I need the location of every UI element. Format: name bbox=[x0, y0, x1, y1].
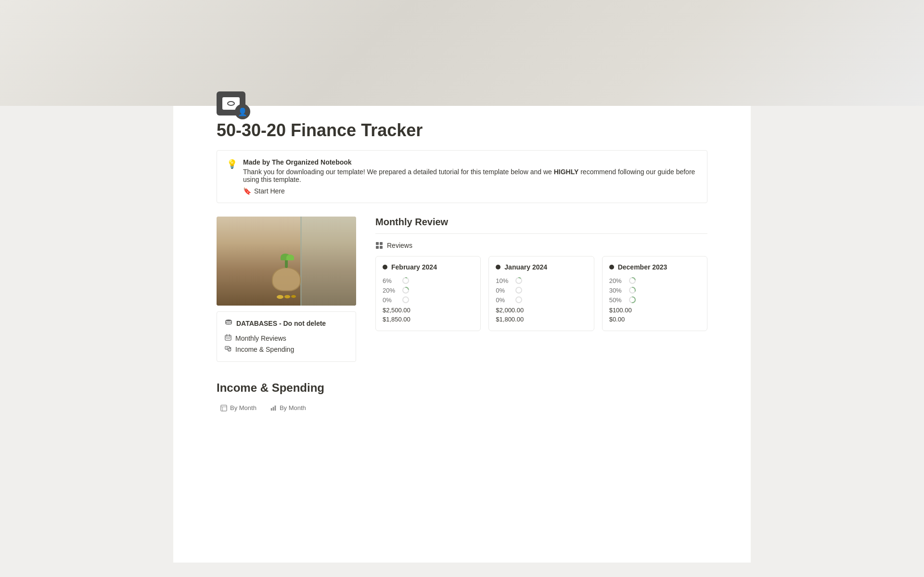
dot-icon bbox=[383, 265, 387, 269]
callout-bulb-icon: 💡 bbox=[227, 159, 237, 169]
page-title: 50-30-20 Finance Tracker bbox=[217, 120, 707, 141]
svg-point-12 bbox=[403, 278, 409, 283]
reviews-grid: February 2024 6% 20% bbox=[375, 256, 707, 331]
tab-label-2: By Month bbox=[280, 404, 306, 411]
grid-icon bbox=[375, 242, 383, 249]
card-title-text: January 2024 bbox=[504, 263, 547, 271]
hero-banner bbox=[0, 0, 924, 106]
review-row-1: 20% bbox=[609, 277, 700, 284]
review-card-title: December 2023 bbox=[609, 263, 700, 271]
svg-point-20 bbox=[516, 297, 522, 303]
reviews-header: Reviews bbox=[375, 242, 707, 249]
review-row-1: 6% bbox=[383, 277, 474, 284]
table-icon bbox=[220, 405, 227, 411]
income-spending-label: Income & Spending bbox=[235, 346, 294, 353]
review-row-2: 20% bbox=[383, 286, 474, 294]
amount-2: $1,850.00 bbox=[383, 315, 474, 324]
review-card-dec2023[interactable]: December 2023 20% 30% bbox=[602, 256, 707, 331]
percent-1: 10% bbox=[496, 277, 511, 284]
income-tabs: By Month By Month bbox=[217, 402, 707, 413]
progress-circle-2 bbox=[402, 286, 410, 294]
databases-box: DATABASES - Do not delete Monthly bbox=[217, 311, 356, 362]
amount-2: $1,800.00 bbox=[496, 315, 587, 324]
progress-circle-1 bbox=[402, 277, 410, 284]
monthly-review-section: Monthly Review Reviews February bbox=[375, 217, 707, 331]
svg-rect-8 bbox=[376, 242, 379, 245]
review-row-1: 10% bbox=[496, 277, 587, 284]
progress-circle-1 bbox=[515, 277, 523, 284]
income-spending-section: Income & Spending By Month By Month bbox=[217, 381, 707, 413]
income-spending-title: Income & Spending bbox=[217, 381, 707, 395]
review-row-3: 0% bbox=[383, 296, 474, 304]
percent-2: 20% bbox=[383, 287, 398, 294]
progress-circle-1 bbox=[629, 277, 636, 284]
progress-circle-2 bbox=[629, 286, 636, 294]
money-transfer-icon bbox=[225, 345, 231, 353]
progress-circle-3 bbox=[515, 296, 523, 304]
amount-2: $0.00 bbox=[609, 315, 700, 324]
reviews-label: Reviews bbox=[387, 242, 412, 249]
percent-1: 20% bbox=[609, 277, 625, 284]
review-card-jan2024[interactable]: January 2024 10% 0% bbox=[488, 256, 594, 331]
db-item-monthly-reviews[interactable]: Monthly Reviews bbox=[225, 333, 348, 344]
tab-label-1: By Month bbox=[230, 404, 257, 411]
card-title-text: December 2023 bbox=[618, 263, 667, 271]
review-card-title: February 2024 bbox=[383, 263, 474, 271]
divider bbox=[375, 233, 707, 234]
income-tab-by-month-2[interactable]: By Month bbox=[266, 402, 310, 413]
dot-icon bbox=[496, 265, 500, 269]
card-title-text: February 2024 bbox=[391, 263, 437, 271]
monthly-reviews-label: Monthly Reviews bbox=[235, 334, 286, 342]
svg-rect-28 bbox=[271, 408, 272, 410]
review-row-3: 50% bbox=[609, 296, 700, 304]
plant-image bbox=[217, 217, 356, 306]
databases-icon bbox=[225, 319, 232, 328]
review-card-title: January 2024 bbox=[496, 263, 587, 271]
svg-point-19 bbox=[516, 287, 522, 293]
page-container: 👤 50-30-20 Finance Tracker 💡 Made by The… bbox=[173, 91, 751, 563]
svg-rect-30 bbox=[275, 405, 276, 410]
callout-box: 💡 Made by The Organized Notebook Thank y… bbox=[217, 150, 707, 203]
callout-title: Made by The Organized Notebook bbox=[243, 158, 697, 166]
monthly-review-title: Monthly Review bbox=[375, 217, 707, 228]
svg-rect-9 bbox=[380, 242, 383, 245]
svg-rect-27 bbox=[221, 405, 227, 410]
review-row-2: 0% bbox=[496, 286, 587, 294]
review-row-2: 30% bbox=[609, 286, 700, 294]
percent-1: 6% bbox=[383, 277, 398, 284]
bookmark-icon: 🔖 bbox=[243, 187, 251, 195]
svg-rect-29 bbox=[273, 407, 274, 410]
progress-circle-3 bbox=[402, 296, 410, 304]
svg-rect-3 bbox=[228, 338, 229, 339]
db-item-income-spending[interactable]: Income & Spending bbox=[225, 344, 348, 355]
percent-2: 0% bbox=[496, 287, 511, 294]
amount-1: $2,000.00 bbox=[496, 306, 587, 315]
chart-icon bbox=[270, 405, 277, 411]
svg-point-16 bbox=[403, 297, 409, 303]
svg-point-6 bbox=[227, 347, 228, 348]
percent-3: 0% bbox=[383, 296, 398, 304]
amount-1: $100.00 bbox=[609, 306, 700, 315]
review-card-feb2024[interactable]: February 2024 6% 20% bbox=[375, 256, 481, 331]
percent-3: 0% bbox=[496, 296, 511, 304]
databases-label: DATABASES - Do not delete bbox=[236, 320, 326, 327]
svg-rect-2 bbox=[227, 338, 228, 339]
dot-icon bbox=[609, 265, 614, 269]
databases-title: DATABASES - Do not delete bbox=[225, 319, 348, 328]
amount-1: $2,500.00 bbox=[383, 306, 474, 315]
main-grid: DATABASES - Do not delete Monthly bbox=[217, 217, 707, 362]
percent-3: 50% bbox=[609, 296, 625, 304]
progress-circle-3 bbox=[629, 296, 636, 304]
start-here-link[interactable]: 🔖 Start Here bbox=[243, 187, 697, 195]
left-column: DATABASES - Do not delete Monthly bbox=[217, 217, 356, 362]
income-tab-by-month-1[interactable]: By Month bbox=[217, 402, 260, 413]
svg-rect-10 bbox=[376, 246, 379, 249]
review-row-3: 0% bbox=[496, 296, 587, 304]
callout-description: Thank you for downloading our template! … bbox=[243, 168, 697, 183]
percent-2: 30% bbox=[609, 287, 625, 294]
svg-rect-4 bbox=[229, 338, 230, 339]
svg-point-0 bbox=[226, 320, 231, 321]
progress-circle-2 bbox=[515, 286, 523, 294]
calendar-icon bbox=[225, 334, 231, 342]
svg-rect-11 bbox=[380, 246, 383, 249]
